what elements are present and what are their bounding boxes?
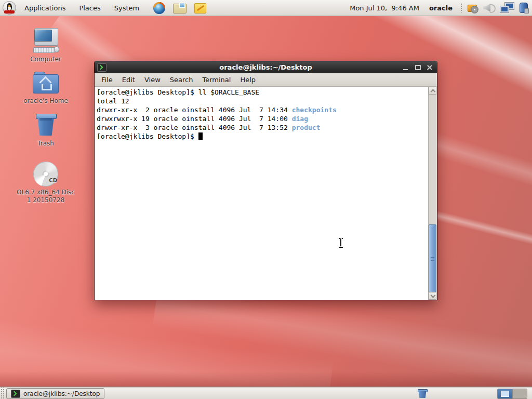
directory-name: product xyxy=(292,124,321,131)
terminal-menubar: File Edit View Search Terminal Help xyxy=(95,73,437,87)
taskbar-button-label: oracle@jklibs:~/Desktop xyxy=(23,390,100,397)
menu-edit[interactable]: Edit xyxy=(117,74,140,85)
terminal-line: [oracle@jklibs Desktop]$ ll $ORACLE_BASE xyxy=(97,88,428,97)
terminal-output: [oracle@jklibs Desktop]$ ll $ORACLE_BASE… xyxy=(97,88,428,141)
desktop-icon-label: Computer xyxy=(15,56,77,63)
top-panel: Applications Places System Mon Jul 10, 9… xyxy=(0,0,532,16)
menu-search[interactable]: Search xyxy=(165,74,198,85)
minimize-button[interactable] xyxy=(403,64,409,71)
terminal-line: drwxrwxr-x 19 oracle oinstall 4096 Jul 7… xyxy=(97,114,428,123)
desktop-icon-label: oracle's Home xyxy=(15,97,77,105)
cd-disc-icon: CD xyxy=(33,162,58,187)
directory-name: checkpoints xyxy=(292,106,337,114)
terminal-text-cursor xyxy=(198,132,203,140)
terminal-window-title: oracle@jklibs:~/Desktop xyxy=(95,61,437,73)
wallpaper-streak xyxy=(0,312,334,399)
terminal-content[interactable]: [oracle@jklibs Desktop]$ ll $ORACLE_BASE… xyxy=(95,87,437,300)
desktop-screen: Computer oracle's Home Trash CD OL6.7 x8… xyxy=(0,0,532,399)
desktop-icon-label: Trash xyxy=(15,140,77,148)
clock[interactable]: Mon Jul 10, 9:46 AM xyxy=(350,4,419,12)
terminal-window-icon xyxy=(97,63,107,72)
displays-icon[interactable] xyxy=(500,2,514,14)
system-menu[interactable]: System xyxy=(108,0,146,16)
computer-icon xyxy=(32,28,59,54)
menu-view[interactable]: View xyxy=(140,74,165,85)
workspace-switcher xyxy=(497,389,527,399)
menu-terminal[interactable]: Terminal xyxy=(197,74,235,85)
terminal-prompt-line: [oracle@jklibs Desktop]$ xyxy=(97,132,428,141)
firefox-icon[interactable] xyxy=(153,2,165,14)
menu-help[interactable]: Help xyxy=(235,74,260,85)
applications-menu[interactable]: Applications xyxy=(18,0,72,16)
terminal-line: total 12 xyxy=(97,97,428,105)
bottom-panel: oracle@jklibs:~/Desktop xyxy=(0,387,532,399)
taskbar-terminal-button[interactable]: oracle@jklibs:~/Desktop xyxy=(6,388,104,399)
desktop-icon-trash[interactable]: Trash xyxy=(15,112,77,148)
email-icon[interactable] xyxy=(173,4,187,14)
cd-badge-label: CD xyxy=(49,178,57,183)
desktop-icon-cd[interactable]: CD OL6.7 x86_64 Disc 1 20150728 xyxy=(15,161,77,204)
volume-icon[interactable] xyxy=(483,2,496,14)
power-icon[interactable] xyxy=(518,2,529,14)
close-button[interactable] xyxy=(427,64,433,71)
terminal-icon xyxy=(11,390,20,398)
home-folder-icon xyxy=(33,72,59,94)
workspace-1-active[interactable] xyxy=(498,389,512,398)
desktop-icon-label: OL6.7 x86_64 Disc 1 20150728 xyxy=(15,189,77,204)
maximize-button[interactable] xyxy=(415,64,421,71)
tray-separator xyxy=(460,3,462,12)
scrollbar-up-button[interactable] xyxy=(429,87,436,95)
menu-file[interactable]: File xyxy=(97,74,117,85)
desktop-icon-computer[interactable]: Computer xyxy=(15,28,77,63)
desktop-icon-home[interactable]: oracle's Home xyxy=(15,70,77,105)
terminal-window: oracle@jklibs:~/Desktop File Edit View S… xyxy=(94,61,437,300)
scrollbar[interactable] xyxy=(428,87,437,300)
oracle-linux-logo-icon[interactable] xyxy=(3,1,16,15)
scrollbar-thumb[interactable] xyxy=(429,224,436,292)
user-menu[interactable]: oracle xyxy=(429,4,453,12)
terminal-titlebar[interactable]: oracle@jklibs:~/Desktop xyxy=(95,61,437,73)
places-menu[interactable]: Places xyxy=(72,0,107,16)
package-updater-icon[interactable] xyxy=(467,2,478,14)
scrollbar-down-button[interactable] xyxy=(429,292,436,300)
trash-applet-icon[interactable] xyxy=(417,389,428,398)
notes-icon[interactable] xyxy=(194,3,206,14)
workspace-2[interactable] xyxy=(512,389,527,398)
terminal-line: drwxr-xr-x 2 oracle oinstall 4096 Jul 7 … xyxy=(97,105,428,114)
directory-name: diag xyxy=(292,115,308,123)
terminal-line: drwxr-xr-x 3 oracle oinstall 4096 Jul 7 … xyxy=(97,123,428,132)
trash-icon xyxy=(34,114,57,137)
panel-grip[interactable] xyxy=(0,388,4,399)
